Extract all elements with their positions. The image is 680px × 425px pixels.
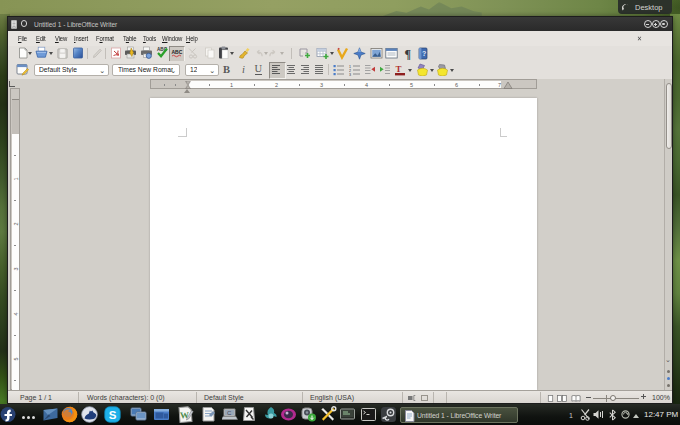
svg-text:¶: ¶ — [405, 47, 411, 61]
svg-text:ABC: ABC — [172, 49, 183, 55]
svg-text:T: T — [396, 64, 402, 74]
svg-text:3: 3 — [349, 72, 351, 75]
svg-text:S: S — [109, 409, 117, 421]
svg-text:C: C — [227, 410, 232, 416]
svg-text:?: ? — [422, 50, 426, 57]
